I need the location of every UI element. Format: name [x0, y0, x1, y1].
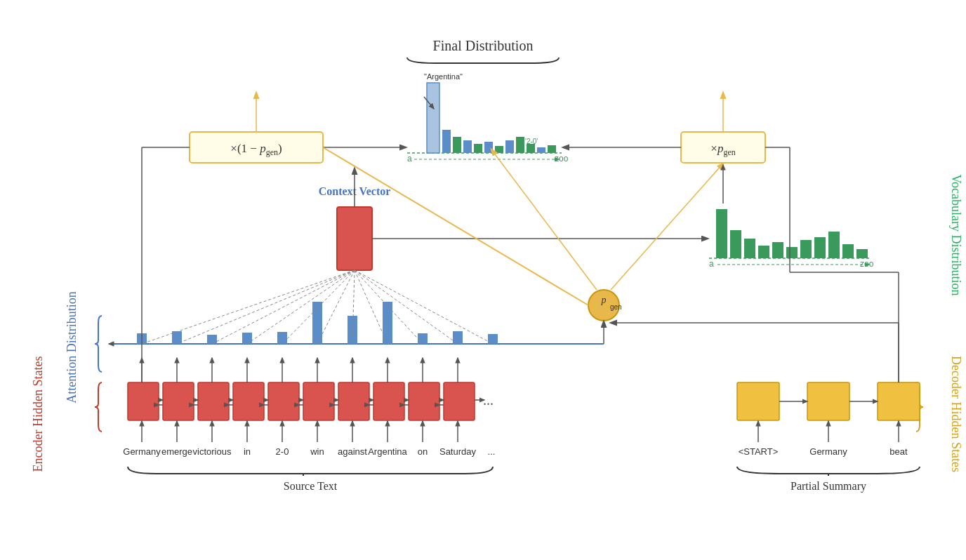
svg-rect-65	[338, 382, 369, 420]
svg-rect-0	[0, 0, 966, 560]
svg-rect-10	[463, 140, 472, 153]
svg-rect-60	[163, 382, 194, 420]
attention-distribution-label: Attention Distribution	[65, 291, 79, 404]
svg-rect-34	[786, 247, 798, 258]
encoder-word-7: Argentina	[368, 446, 407, 457]
decoder-word-0: <START>	[739, 446, 779, 457]
decoder-word-2: beat	[889, 446, 908, 457]
svg-rect-61	[198, 382, 229, 420]
svg-rect-66	[373, 382, 404, 420]
svg-rect-36	[814, 237, 826, 258]
encoder-word-1: emerge	[161, 446, 192, 457]
svg-rect-59	[128, 382, 159, 420]
decoder-word-1: Germany	[809, 446, 847, 457]
encoder-word-4: 2-0	[276, 446, 289, 457]
attn-bar-3	[242, 333, 252, 344]
svg-text:a: a	[407, 154, 412, 164]
attn-bar-4	[277, 332, 287, 344]
encoder-word-9: Saturday	[439, 446, 477, 457]
svg-rect-29	[716, 209, 727, 258]
svg-rect-67	[409, 382, 439, 420]
attn-bar-7	[383, 302, 392, 344]
svg-rect-37	[828, 232, 840, 258]
svg-rect-12	[484, 142, 493, 153]
svg-rect-35	[800, 240, 812, 258]
encoder-word-2: victorious	[193, 446, 232, 457]
svg-text:...: ...	[483, 392, 494, 408]
svg-rect-14	[505, 140, 514, 153]
svg-rect-19	[548, 145, 556, 153]
svg-rect-15	[516, 137, 524, 153]
svg-rect-17	[527, 144, 535, 153]
diagram-container: Final Distribution a zoo "Argentina" '2-…	[0, 0, 966, 560]
svg-rect-63	[268, 382, 299, 420]
svg-rect-8	[442, 130, 451, 153]
svg-rect-68	[444, 382, 475, 420]
encoder-hidden-states-label: Encoder Hidden States	[31, 356, 45, 472]
svg-rect-31	[744, 239, 755, 258]
attn-bar-2	[207, 335, 217, 344]
svg-rect-6	[427, 83, 439, 153]
svg-rect-18	[537, 147, 545, 153]
source-text-label: Source Text	[284, 480, 338, 492]
svg-rect-110	[807, 382, 849, 420]
svg-text:"Argentina": "Argentina"	[424, 72, 463, 81]
svg-rect-38	[842, 244, 854, 258]
encoder-word-3: in	[244, 446, 251, 457]
encoder-word-8: on	[418, 446, 428, 457]
svg-text:a: a	[709, 259, 714, 269]
svg-text:gen: gen	[610, 303, 622, 311]
svg-rect-33	[772, 242, 783, 258]
svg-text:p: p	[601, 295, 607, 305]
svg-rect-30	[730, 230, 741, 258]
svg-rect-109	[737, 382, 779, 420]
attn-bar-8	[418, 333, 428, 344]
svg-rect-9	[453, 137, 461, 153]
encoder-word-6: against	[338, 446, 367, 457]
encoder-word-10: ...	[488, 446, 496, 457]
final-distribution-label: Final Distribution	[433, 38, 534, 53]
decoder-boxes	[737, 382, 920, 420]
svg-rect-64	[303, 382, 334, 420]
svg-rect-39	[856, 249, 868, 258]
vocabulary-distribution-label: Vocabulary Distribution	[949, 174, 963, 295]
svg-rect-111	[878, 382, 920, 420]
svg-rect-11	[474, 144, 482, 153]
encoder-word-0: Germany	[123, 446, 161, 457]
svg-rect-32	[758, 246, 769, 258]
svg-rect-13	[495, 146, 503, 153]
encoder-word-5: win	[310, 446, 324, 457]
attn-bar-9	[453, 331, 463, 344]
context-vector-box	[337, 207, 372, 270]
partial-summary-label: Partial Summary	[790, 480, 866, 493]
decoder-hidden-states-label: Decoder Hidden States	[949, 356, 963, 472]
svg-rect-62	[233, 382, 264, 420]
